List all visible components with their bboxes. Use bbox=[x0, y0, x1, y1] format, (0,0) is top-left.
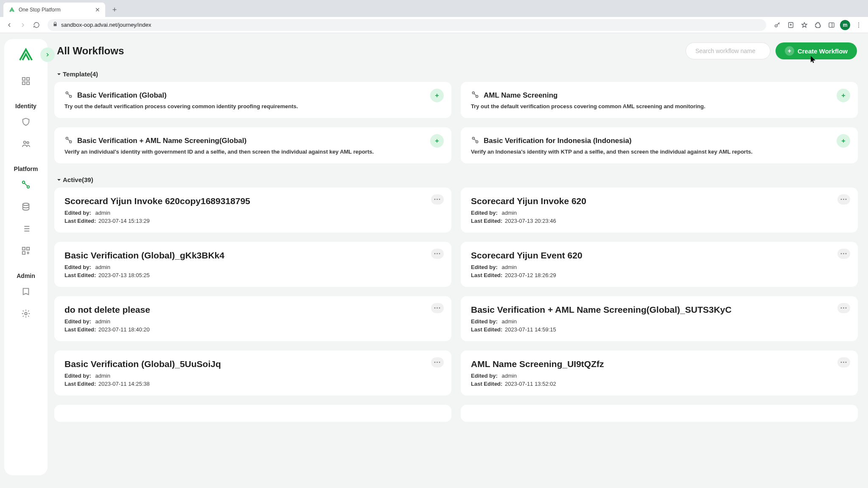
template-card[interactable]: Basic Verification for Indonesia (Indone… bbox=[461, 127, 858, 163]
new-tab-button[interactable]: + bbox=[109, 4, 120, 16]
forward-button[interactable] bbox=[17, 19, 29, 31]
edited-by-value: admin bbox=[95, 373, 110, 379]
sidebar-label-admin: Admin bbox=[17, 272, 35, 279]
kebab-menu-icon[interactable] bbox=[853, 19, 865, 31]
svg-rect-2 bbox=[829, 22, 834, 27]
svg-rect-17 bbox=[22, 252, 25, 254]
svg-rect-16 bbox=[27, 247, 29, 250]
add-template-button[interactable] bbox=[430, 134, 444, 148]
workflow-title: Scorecard Yijun Event 620 bbox=[471, 250, 848, 261]
tab-title: One Stop Platform bbox=[19, 7, 61, 13]
edited-by-label: Edited by: bbox=[471, 210, 498, 216]
sidebar-label-identity: Identity bbox=[15, 103, 36, 109]
last-edited-value: 2023-07-12 18:26:29 bbox=[505, 272, 556, 278]
sidebar-item-identity-shield[interactable] bbox=[18, 114, 34, 130]
last-edited-value: 2023-07-11 13:52:02 bbox=[505, 381, 556, 387]
template-card[interactable]: Basic Verification + AML Name Screening(… bbox=[54, 127, 451, 163]
search-input[interactable] bbox=[695, 48, 770, 54]
close-tab-icon[interactable]: ✕ bbox=[95, 6, 100, 13]
workflow-card[interactable]: Basic Verification (Global)_5UuSoiJq Edi… bbox=[54, 351, 451, 395]
section-title-active[interactable]: Active(39) bbox=[53, 173, 860, 188]
workflow-card[interactable]: Basic Verification + AML Name Screening(… bbox=[461, 296, 858, 341]
more-menu-button[interactable]: ··· bbox=[837, 249, 850, 259]
sidepanel-icon[interactable] bbox=[826, 19, 837, 31]
template-icon bbox=[471, 90, 479, 101]
caret-down-icon bbox=[57, 72, 61, 76]
svg-point-10 bbox=[24, 141, 26, 144]
last-edited-value: 2023-07-11 18:40:20 bbox=[98, 326, 150, 333]
add-template-button[interactable] bbox=[837, 134, 850, 148]
favicon-icon bbox=[8, 6, 15, 13]
workflow-card[interactable]: AML Name Screening_UI9tQZfz Edited by: a… bbox=[461, 351, 858, 395]
svg-point-14 bbox=[23, 203, 29, 206]
workflow-title: do not delete please bbox=[64, 305, 441, 315]
svg-rect-8 bbox=[22, 82, 25, 84]
template-title: Basic Verification for Indonesia (Indone… bbox=[484, 137, 632, 145]
last-edited-label: Last Edited: bbox=[64, 272, 96, 278]
workflow-card[interactable]: Basic Verification (Global)_gKk3BKk4 Edi… bbox=[54, 242, 451, 287]
template-card[interactable]: AML Name Screening Try out the default v… bbox=[461, 82, 858, 118]
last-edited-value: 2023-07-11 14:59:15 bbox=[505, 326, 556, 333]
template-title: Basic Verification + AML Name Screening(… bbox=[77, 137, 246, 145]
last-edited-value: 2023-07-13 18:05:25 bbox=[98, 272, 150, 278]
template-title: Basic Verification (Global) bbox=[77, 91, 167, 100]
more-menu-button[interactable]: ··· bbox=[431, 249, 444, 259]
workflow-title: Basic Verification (Global)_gKk3BKk4 bbox=[64, 250, 441, 261]
template-desc: Try out the default verification process… bbox=[471, 103, 848, 109]
edited-by-label: Edited by: bbox=[64, 373, 91, 379]
add-template-button[interactable] bbox=[837, 89, 850, 102]
sidebar-item-dashboard[interactable] bbox=[18, 73, 34, 89]
workflow-card-peek[interactable] bbox=[54, 405, 451, 422]
last-edited-label: Last Edited: bbox=[64, 218, 96, 224]
browser-tab-strip: One Stop Platform ✕ + bbox=[0, 0, 868, 17]
svg-rect-9 bbox=[27, 82, 29, 84]
sidebar-item-admin-docs[interactable] bbox=[18, 283, 34, 300]
back-button[interactable] bbox=[3, 19, 15, 31]
section-title-template[interactable]: Template(4) bbox=[53, 67, 860, 82]
edited-by-label: Edited by: bbox=[64, 210, 91, 216]
address-bar[interactable]: sandbox-oop.advai.net/journey/index bbox=[48, 19, 766, 31]
reload-button[interactable] bbox=[31, 19, 42, 31]
template-title: AML Name Screening bbox=[484, 91, 557, 100]
profile-avatar[interactable]: m bbox=[839, 19, 851, 31]
sidebar-item-admin-settings[interactable] bbox=[18, 306, 34, 322]
edited-by-value: admin bbox=[95, 318, 110, 325]
more-menu-button[interactable]: ··· bbox=[837, 194, 850, 205]
create-workflow-button[interactable]: + Create Workflow bbox=[776, 42, 857, 59]
workflow-card[interactable]: Scorecard Yijun Invoke 620copy1689318795… bbox=[54, 188, 451, 233]
workflow-card[interactable]: do not delete please Edited by: admin La… bbox=[54, 296, 451, 341]
sidebar-item-identity-users[interactable] bbox=[18, 136, 34, 152]
more-menu-button[interactable]: ··· bbox=[431, 194, 444, 205]
search-workflow[interactable] bbox=[686, 42, 770, 59]
edited-by-label: Edited by: bbox=[471, 373, 498, 379]
add-template-button[interactable] bbox=[430, 89, 444, 102]
more-menu-button[interactable]: ··· bbox=[837, 303, 850, 313]
browser-tab[interactable]: One Stop Platform ✕ bbox=[3, 3, 105, 17]
last-edited-value: 2023-07-14 15:13:29 bbox=[98, 218, 150, 224]
sidebar-item-apps[interactable] bbox=[18, 243, 34, 259]
last-edited-label: Last Edited: bbox=[471, 272, 502, 278]
template-card[interactable]: Basic Verification (Global) Try out the … bbox=[54, 82, 451, 118]
sidebar-item-list[interactable] bbox=[18, 221, 34, 237]
extensions-icon[interactable] bbox=[812, 19, 824, 31]
sidebar: Identity Platform Admin bbox=[4, 39, 48, 475]
install-icon[interactable] bbox=[785, 19, 797, 31]
workflow-card[interactable]: Scorecard Yijun Event 620 Edited by: adm… bbox=[461, 242, 858, 287]
edited-by-label: Edited by: bbox=[64, 318, 91, 325]
more-menu-button[interactable]: ··· bbox=[837, 357, 850, 367]
sidebar-item-data[interactable] bbox=[18, 199, 34, 215]
more-menu-button[interactable]: ··· bbox=[431, 357, 444, 367]
key-icon[interactable] bbox=[771, 19, 783, 31]
url-text: sandbox-oop.advai.net/journey/index bbox=[61, 22, 151, 28]
svg-point-5 bbox=[858, 26, 859, 27]
last-edited-label: Last Edited: bbox=[471, 326, 502, 333]
workflow-card[interactable]: Scorecard Yijun Invoke 620 Edited by: ad… bbox=[461, 188, 858, 233]
bookmark-star-icon[interactable] bbox=[798, 19, 810, 31]
more-menu-button[interactable]: ··· bbox=[431, 303, 444, 313]
svg-point-0 bbox=[775, 25, 777, 27]
sidebar-item-workflows[interactable] bbox=[18, 177, 34, 193]
app-logo-icon bbox=[18, 47, 34, 63]
last-edited-label: Last Edited: bbox=[471, 218, 502, 224]
workflow-card-peek[interactable] bbox=[461, 405, 858, 422]
edited-by-label: Edited by: bbox=[471, 318, 498, 325]
